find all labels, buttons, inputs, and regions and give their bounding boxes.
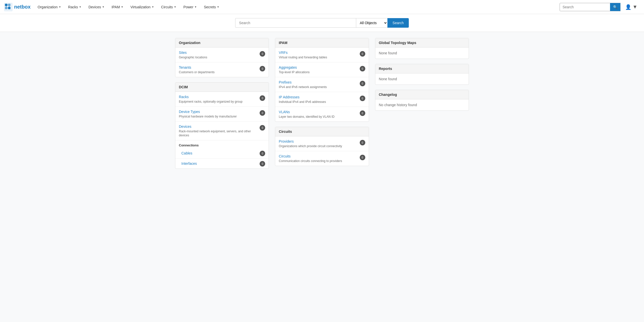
chevron-down-icon: ▼	[194, 6, 197, 8]
tenants-link[interactable]: Tenants	[179, 65, 260, 69]
brand-logo[interactable]: netbox	[4, 3, 31, 11]
devices-badge: 0	[260, 125, 265, 131]
providers-badge: 0	[360, 140, 365, 145]
nav-ipam[interactable]: IPAM ▼	[108, 0, 126, 14]
list-item: Circuits Communication circuits connecti…	[275, 151, 369, 166]
navbar-search-button[interactable]: 🔍	[610, 3, 620, 11]
cables-link[interactable]: Cables	[181, 151, 192, 155]
svg-rect-2	[8, 4, 10, 6]
ip-addresses-badge: 0	[360, 96, 365, 101]
devices-desc: Rack-mounted network equipment, servers,…	[179, 130, 251, 137]
interfaces-link[interactable]: Interfaces	[181, 162, 197, 166]
list-item: Tenants Customers or departments 0	[175, 62, 269, 77]
circuits-badge: 0	[360, 155, 365, 160]
svg-rect-4	[8, 7, 10, 9]
global-topology-body: None found	[375, 48, 469, 59]
list-item: Cables 0	[175, 148, 269, 158]
racks-badge: 0	[260, 95, 265, 101]
ipam-header: IPAM	[275, 38, 369, 48]
connections-header: Connections	[175, 140, 269, 148]
nav-organization[interactable]: Organization ▼	[35, 0, 64, 14]
aggregates-badge: 0	[360, 66, 365, 71]
racks-desc: Equipment racks, optionally organized by…	[179, 100, 243, 103]
device-types-link[interactable]: Device Types	[179, 110, 260, 114]
list-item: Interfaces 0	[175, 158, 269, 169]
middle-column: IPAM VRFs Virtual routing and forwarding…	[275, 38, 369, 166]
user-icon: 👤	[625, 4, 631, 10]
nav-circuits[interactable]: Circuits ▼	[158, 0, 179, 14]
tenants-desc: Customers or departments	[179, 70, 215, 74]
list-item: VLANs Layer two domains, identified by V…	[275, 107, 369, 122]
circuits-card: Circuits Providers Organizations which p…	[275, 127, 369, 166]
dcim-header: DCIM	[175, 83, 269, 92]
sites-desc: Geographic locations	[179, 56, 207, 59]
vrfs-link[interactable]: VRFs	[279, 51, 359, 55]
search-object-filter[interactable]: All Objects Sites Racks Devices Prefixes…	[356, 18, 387, 28]
search-icon: 🔍	[613, 5, 617, 9]
cables-badge: 0	[260, 151, 265, 156]
nav-devices[interactable]: Devices ▼	[86, 0, 108, 14]
circuits-link[interactable]: Circuits	[279, 154, 359, 158]
vlans-link[interactable]: VLANs	[279, 110, 359, 114]
search-bar-section: All Objects Sites Racks Devices Prefixes…	[0, 14, 644, 32]
main-search-input[interactable]	[235, 18, 356, 28]
nav-virtualization[interactable]: Virtualization ▼	[127, 0, 157, 14]
main-search-button[interactable]: Search	[387, 18, 409, 28]
prefixes-desc: IPv4 and IPv6 network assignments	[279, 85, 327, 89]
list-item: Devices Rack-mounted network equipment, …	[175, 122, 269, 140]
aggregates-desc: Top-level IP allocations	[279, 70, 310, 74]
reports-card: Reports None found	[375, 64, 469, 85]
changelog-card: Changelog No change history found	[375, 90, 469, 111]
organization-header: Organization	[175, 38, 269, 48]
navbar-search-form: 🔍	[559, 3, 621, 11]
chevron-down-icon: ▼	[151, 6, 154, 8]
circuits-body: Providers Organizations which provide ci…	[275, 136, 369, 166]
user-menu[interactable]: 👤 ▼	[623, 3, 640, 12]
list-item: VRFs Virtual routing and forwarding tabl…	[275, 48, 369, 62]
chevron-down-icon: ▼	[217, 6, 219, 8]
nav-racks[interactable]: Racks ▼	[65, 0, 85, 14]
vlans-badge: 0	[360, 110, 365, 116]
ip-addresses-desc: Individual IPv4 and IPv6 addresses	[279, 100, 326, 104]
user-caret: ▼	[632, 4, 637, 10]
dcim-body: Racks Equipment racks, optionally organi…	[175, 92, 269, 169]
reports-header: Reports	[375, 64, 469, 73]
nav-power[interactable]: Power ▼	[180, 0, 200, 14]
device-types-badge: 0	[260, 110, 265, 116]
organization-body: Sites Geographic locations 0 Tenants Cus…	[175, 48, 269, 77]
aggregates-link[interactable]: Aggregates	[279, 65, 359, 69]
ip-addresses-link[interactable]: IP Addresses	[279, 95, 359, 99]
svg-rect-1	[5, 4, 7, 6]
list-item: Providers Organizations which provide ci…	[275, 136, 369, 151]
brand-name: netbox	[14, 4, 31, 10]
devices-link[interactable]: Devices	[179, 125, 260, 129]
circuits-desc: Communication circuits connecting to pro…	[279, 159, 342, 163]
list-item: IP Addresses Individual IPv4 and IPv6 ad…	[275, 92, 369, 107]
prefixes-link[interactable]: Prefixes	[279, 80, 359, 84]
vrfs-desc: Virtual routing and forwarding tables	[279, 56, 327, 59]
chevron-down-icon: ▼	[59, 6, 61, 8]
racks-link[interactable]: Racks	[179, 95, 260, 99]
device-types-desc: Physical hardware models by manufacturer	[179, 115, 237, 118]
ipam-body: VRFs Virtual routing and forwarding tabl…	[275, 48, 369, 122]
vrfs-badge: 0	[360, 51, 365, 57]
dcim-card: DCIM Racks Equipment racks, optionally o…	[175, 82, 269, 169]
right-column: Global Topology Maps None found Reports …	[375, 38, 469, 111]
sites-link[interactable]: Sites	[179, 51, 260, 55]
circuits-header: Circuits	[275, 127, 369, 136]
organization-card: Organization Sites Geographic locations …	[175, 38, 269, 77]
vlans-desc: Layer two domains, identified by VLAN ID	[279, 115, 334, 118]
list-item: Sites Geographic locations 0	[175, 48, 269, 62]
list-item: Aggregates Top-level IP allocations 0	[275, 62, 369, 77]
changelog-header: Changelog	[375, 90, 469, 99]
navbar: netbox Organization ▼ Racks ▼ Devices ▼ …	[0, 0, 644, 14]
navbar-search-input[interactable]	[560, 3, 610, 11]
nav-secrets[interactable]: Secrets ▼	[201, 0, 222, 14]
providers-link[interactable]: Providers	[279, 139, 359, 143]
list-item: Racks Equipment racks, optionally organi…	[175, 92, 269, 107]
global-topology-header: Global Topology Maps	[375, 38, 469, 48]
chevron-down-icon: ▼	[79, 6, 82, 8]
global-topology-card: Global Topology Maps None found	[375, 38, 469, 59]
main-content: Organization Sites Geographic locations …	[171, 38, 473, 169]
netbox-logo-icon	[4, 3, 13, 11]
